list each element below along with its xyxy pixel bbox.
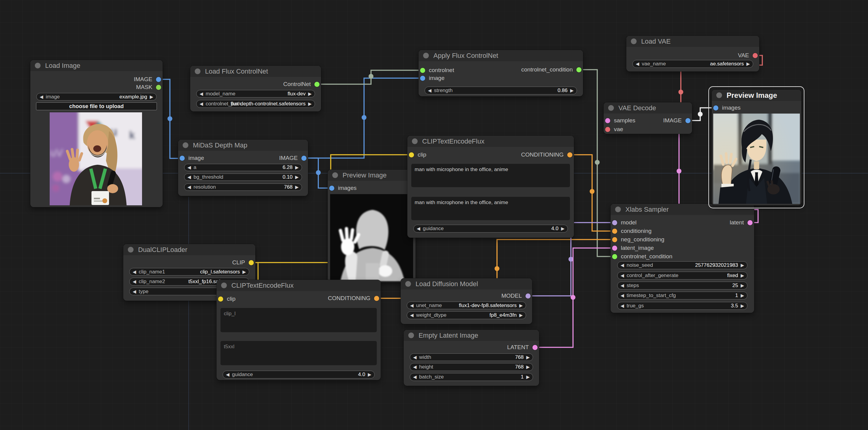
input-port-conditioning[interactable]: conditioning <box>612 228 651 235</box>
input-port-image[interactable]: image <box>420 75 444 82</box>
widget-increment-arrow[interactable]: ▶ <box>746 61 750 66</box>
output-port-mask[interactable]: MASK <box>136 84 161 91</box>
node-midas-depth-map-2[interactable]: MiDaS Depth MapimageIMAGE◀a6.28▶◀bg_thre… <box>178 140 308 196</box>
prompt-textarea[interactable]: t5xxl <box>220 341 377 365</box>
output-dot-controlnet[interactable] <box>314 82 319 87</box>
output-dot-latent[interactable] <box>747 220 753 225</box>
widget-increment-arrow[interactable]: ▶ <box>741 283 744 288</box>
input-dot-conditioning[interactable] <box>612 228 617 234</box>
widget-increment-arrow[interactable]: ▶ <box>295 185 299 189</box>
output-dot-image[interactable] <box>156 77 161 82</box>
node-title-bar[interactable]: Load VAE <box>626 36 759 47</box>
widget-strength[interactable]: ◀strength0.86▶ <box>425 87 577 94</box>
widget-decrement-arrow[interactable]: ◀ <box>133 279 136 284</box>
widget-timestep-to-start-cfg[interactable]: ◀timestep_to_start_cfg1▶ <box>617 291 747 300</box>
node-title-bar[interactable]: Apply Flux ControlNet <box>418 50 583 61</box>
input-dot-vae[interactable] <box>605 127 610 132</box>
node-collapse-dot[interactable] <box>183 142 188 148</box>
node-title-bar[interactable]: CLIPTextEncodeFlux <box>407 136 574 147</box>
node-vae-decode-7[interactable]: VAE DecodesamplesvaeIMAGE <box>603 102 692 134</box>
widget-increment-arrow[interactable]: ▶ <box>308 101 312 106</box>
node-load-flux-controlnet-1[interactable]: Load Flux ControlNetControlNet◀model_nam… <box>190 66 321 112</box>
output-port-controlnet[interactable]: ControlNet <box>283 81 319 88</box>
node-collapse-dot[interactable] <box>128 247 133 252</box>
output-port-controlnet-condition[interactable]: controlnet_condition <box>521 66 582 73</box>
input-dot-controlnet[interactable] <box>420 68 425 73</box>
widget-increment-arrow[interactable]: ▶ <box>526 365 530 369</box>
node-preview-image-4[interactable]: Preview Imageimages <box>328 170 415 282</box>
node-title-bar[interactable]: Preview Image <box>712 90 801 101</box>
node-collapse-dot[interactable] <box>332 172 338 178</box>
widget-increment-arrow[interactable]: ▶ <box>741 263 744 267</box>
widget-increment-arrow[interactable]: ▶ <box>519 313 523 317</box>
node-load-image-0[interactable]: Load ImageIMAGEMASK◀imageexample.jpg▶cho… <box>30 60 163 207</box>
widget-controlnet-path[interactable]: ◀controlnet_pathflux-depth-controlnet.sa… <box>196 100 315 108</box>
node-load-vae-6[interactable]: Load VAEVAE◀vae_nameae.safetensors▶ <box>626 36 759 71</box>
widget-increment-arrow[interactable]: ▶ <box>150 94 153 99</box>
widget-decrement-arrow[interactable]: ◀ <box>621 293 624 298</box>
widget-decrement-arrow[interactable]: ◀ <box>199 91 203 96</box>
output-port-clip[interactable]: CLIP <box>232 259 254 266</box>
widget-decrement-arrow[interactable]: ◀ <box>636 61 639 66</box>
node-collapse-dot[interactable] <box>408 333 414 338</box>
node-title-bar[interactable]: Load Flux ControlNet <box>190 66 321 77</box>
widget-vae-name[interactable]: ◀vae_nameae.safetensors▶ <box>632 60 753 68</box>
widget-decrement-arrow[interactable]: ◀ <box>187 165 191 170</box>
output-port-conditioning[interactable]: CONDITIONING <box>521 151 572 158</box>
widget-increment-arrow[interactable]: ▶ <box>295 175 299 179</box>
node-collapse-dot[interactable] <box>615 207 621 212</box>
widget-height[interactable]: ◀height768▶ <box>410 363 533 371</box>
widget-increment-arrow[interactable]: ▶ <box>519 303 523 307</box>
input-port-controlnet[interactable]: controlnet <box>420 67 454 73</box>
output-port-image[interactable]: IMAGE <box>663 117 690 124</box>
node-collapse-dot[interactable] <box>195 68 200 74</box>
node-title-bar[interactable]: Load Diffusion Model <box>401 278 532 289</box>
widget-guidance[interactable]: ◀guidance4.0▶ <box>413 225 568 233</box>
input-port-clip[interactable]: clip <box>218 296 236 302</box>
input-dot-controlnet-condition[interactable] <box>612 254 617 259</box>
node-title-bar[interactable]: DualCLIPLoader <box>123 244 255 255</box>
node-load-diffusion-model-11[interactable]: Load Diffusion ModelMODEL◀unet_nameflux1… <box>401 278 532 324</box>
widget-weight-dtype[interactable]: ◀weight_dtypefp8_e4m3fn▶ <box>407 311 526 319</box>
widget-decrement-arrow[interactable]: ◀ <box>199 101 203 106</box>
widget-increment-arrow[interactable]: ▶ <box>308 91 312 96</box>
widget-guidance[interactable]: ◀guidance4.0▶ <box>223 371 375 378</box>
widget-model-name[interactable]: ◀model_nameflux-dev▶ <box>196 90 315 97</box>
input-port-neg-conditioning[interactable]: neg_conditioning <box>612 236 664 243</box>
widget-decrement-arrow[interactable]: ◀ <box>133 269 136 274</box>
output-dot-vae[interactable] <box>753 53 758 58</box>
widget-steps[interactable]: ◀steps25▶ <box>617 282 747 289</box>
input-port-clip[interactable]: clip <box>409 151 427 158</box>
upload-file-button[interactable]: choose file to upload <box>36 102 157 110</box>
widget-image[interactable]: ◀imageexample.jpg▶ <box>36 93 157 100</box>
input-port-samples[interactable]: samples <box>605 117 636 124</box>
input-dot-images[interactable] <box>713 105 718 111</box>
input-dot-latent-image[interactable] <box>612 246 617 251</box>
input-dot-image[interactable] <box>180 156 185 161</box>
input-port-model[interactable]: model <box>612 219 637 226</box>
node-title-bar[interactable]: Empty Latent Image <box>404 330 539 341</box>
output-dot-clip[interactable] <box>249 260 254 265</box>
widget-width[interactable]: ◀width768▶ <box>410 354 533 361</box>
node-graph-canvas[interactable]: Load ImageIMAGEMASK◀imageexample.jpg▶cho… <box>0 0 868 430</box>
prompt-textarea[interactable]: man with microphone in the office, anime <box>411 197 570 220</box>
widget-increment-arrow[interactable]: ▶ <box>561 226 564 231</box>
node-title-bar[interactable]: MiDaS Depth Map <box>178 140 308 151</box>
widget-increment-arrow[interactable]: ▶ <box>526 375 530 379</box>
node-preview-image-13[interactable]: Preview Imageimages <box>712 90 801 205</box>
widget-increment-arrow[interactable]: ▶ <box>741 303 744 308</box>
output-port-vae[interactable]: VAE <box>738 52 758 59</box>
widget-increment-arrow[interactable]: ▶ <box>295 165 299 170</box>
output-dot-image[interactable] <box>301 156 307 161</box>
output-dot-mask[interactable] <box>156 85 161 90</box>
output-dot-conditioning[interactable] <box>567 152 572 157</box>
input-dot-neg-conditioning[interactable] <box>612 237 617 242</box>
widget-decrement-arrow[interactable]: ◀ <box>621 263 624 267</box>
node-collapse-dot[interactable] <box>405 281 411 287</box>
widget-decrement-arrow[interactable]: ◀ <box>410 313 414 317</box>
widget-a[interactable]: ◀a6.28▶ <box>184 164 302 171</box>
output-dot-latent[interactable] <box>532 345 537 350</box>
node-title-bar[interactable]: Preview Image <box>328 170 415 181</box>
output-dot-model[interactable] <box>525 294 531 299</box>
widget-decrement-arrow[interactable]: ◀ <box>621 283 624 288</box>
